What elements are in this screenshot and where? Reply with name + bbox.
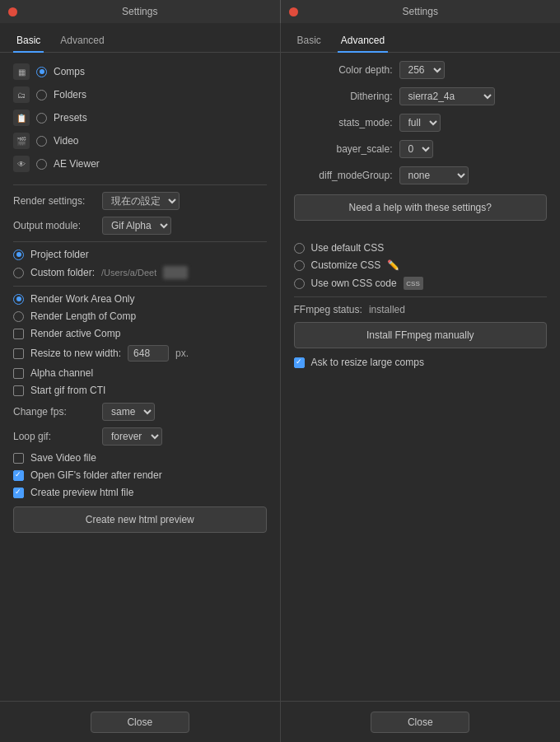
output-module-select[interactable]: Gif Alpha [102,217,171,235]
bayer-scale-row: bayer_scale: 0 1 2 3 4 5 [294,140,548,158]
panels: Basic Advanced ▦ Comps 🗂 Folders 📋 [0,23,560,742]
ae-viewer-icon: 👁 [13,156,30,172]
tab-advanced-right[interactable]: Advanced [338,30,388,53]
nav-item-presets[interactable]: 📋 Presets [13,107,267,128]
custom-folder-path: /Users/a/Deet [101,268,156,278]
video-label: Video [54,135,78,147]
create-preview-checkbox[interactable] [13,488,24,498]
color-depth-select[interactable]: 256 128 64 [399,61,445,79]
render-work-area-label: Render Work Area Only [30,293,135,305]
presets-radio[interactable] [36,113,47,124]
left-tabs: Basic Advanced [0,23,280,53]
loop-gif-label: Loop gif: [13,431,96,442]
change-fps-select[interactable]: same 24 30 60 [102,403,155,421]
nav-item-comps[interactable]: ▦ Comps [13,61,267,82]
left-window-title: Settings [122,6,157,17]
use-default-css-radio[interactable] [294,243,305,254]
pencil-icon: ✏️ [387,259,399,271]
right-close-button[interactable]: Close [371,712,469,733]
save-video-checkbox[interactable] [13,453,24,464]
help-button[interactable]: Need a help with these settings? [294,194,548,221]
diff-mode-row: diff_modeGroup: none rectangle [294,166,548,184]
left-panel-content: ▦ Comps 🗂 Folders 📋 Presets 🎬 [0,53,280,701]
resize-input[interactable]: 648 [128,345,169,362]
use-own-css-radio[interactable] [294,278,305,289]
tab-advanced-left[interactable]: Advanced [57,30,107,53]
use-default-css-row[interactable]: Use default CSS [294,242,548,254]
folders-label: Folders [54,89,86,100]
nav-item-ae-viewer[interactable]: 👁 AE Viewer [13,153,267,175]
open-gif-folder-row[interactable]: Open GIF's folder after render [13,469,267,481]
left-bottom-bar: Close [0,701,280,742]
bayer-scale-label: bayer_scale: [294,143,393,155]
output-module-row: Output module: Gif Alpha [13,217,267,235]
render-length-label: Render Length of Comp [30,310,136,322]
css-icon: CSS [404,277,423,290]
loop-gif-select[interactable]: forever once 3 times [102,427,162,446]
render-active-checkbox[interactable] [13,329,24,339]
create-preview-button[interactable]: Create new html preview [13,506,267,533]
create-preview-row[interactable]: Create preview html file [13,487,267,498]
ask-resize-checkbox[interactable] [294,357,305,368]
comps-label: Comps [54,66,85,77]
loop-gif-row: Loop gif: forever once 3 times [13,427,267,446]
ask-resize-row[interactable]: Ask to resize large comps [294,357,548,368]
tab-basic-right[interactable]: Basic [294,30,324,53]
bayer-scale-select[interactable]: 0 1 2 3 4 5 [399,140,433,158]
stats-mode-select[interactable]: full diff [399,114,441,132]
project-folder-radio[interactable] [13,250,24,260]
comps-radio[interactable] [36,67,47,77]
ask-resize-label: Ask to resize large comps [311,357,424,368]
render-work-area-row[interactable]: Render Work Area Only [13,293,267,305]
install-ffmpeg-button[interactable]: Install FFmpeg manually [294,322,548,348]
resize-checkbox[interactable] [13,348,24,359]
project-folder-label: Project folder [30,249,89,260]
render-length-row[interactable]: Render Length of Comp [13,310,267,322]
stats-mode-label: stats_mode: [294,117,393,128]
ae-viewer-radio[interactable] [36,159,47,170]
dithering-select[interactable]: sierra2_4a floyd_steinberg none [399,87,495,105]
close-button-right[interactable] [289,7,298,16]
folders-radio[interactable] [36,90,47,100]
presets-label: Presets [54,112,87,124]
change-fps-row: Change fps: same 24 30 60 [13,403,267,421]
tab-basic-left[interactable]: Basic [13,30,44,53]
start-gif-label: Start gif from CTI [30,385,105,396]
render-length-radio[interactable] [13,311,24,322]
right-bottom-bar: Close [281,701,561,742]
nav-item-folders[interactable]: 🗂 Folders [13,84,267,105]
customize-css-label: Customize CSS [311,259,381,271]
start-gif-row[interactable]: Start gif from CTI [13,385,267,396]
render-work-area-radio[interactable] [13,294,24,305]
stats-mode-row: stats_mode: full diff [294,114,548,132]
dithering-label: Dithering: [294,91,393,102]
ae-viewer-label: AE Viewer [54,158,100,170]
close-button-left[interactable] [8,7,17,16]
separator-1 [13,184,267,185]
custom-folder-radio[interactable] [13,268,24,278]
diff-mode-select[interactable]: none rectangle [399,166,469,184]
start-gif-checkbox[interactable] [13,385,24,396]
alpha-channel-row[interactable]: Alpha channel [13,367,267,379]
nav-item-video[interactable]: 🎬 Video [13,130,267,152]
render-active-row[interactable]: Render active Comp [13,328,267,339]
open-gif-folder-checkbox[interactable] [13,470,24,481]
traffic-lights-left [8,7,17,16]
customize-css-radio[interactable] [294,260,305,271]
separator-3 [13,286,267,287]
left-close-button[interactable]: Close [91,712,189,733]
create-preview-label: Create preview html file [30,487,133,498]
project-folder-row[interactable]: Project folder [13,249,267,260]
right-close-area: Close [281,702,561,742]
alpha-channel-checkbox[interactable] [13,368,24,379]
change-fps-label: Change fps: [13,406,96,418]
alpha-channel-label: Alpha channel [30,367,93,379]
diff-mode-label: diff_modeGroup: [294,170,393,181]
video-radio[interactable] [36,136,47,147]
use-own-css-row[interactable]: Use own CSS code CSS [294,277,548,290]
open-gif-folder-label: Open GIF's folder after render [30,469,162,481]
save-video-row[interactable]: Save Video file [13,452,267,464]
customize-css-row[interactable]: Customize CSS ✏️ [294,259,548,271]
render-settings-select[interactable]: 現在の設定 [102,192,180,210]
title-bar-row: Settings Settings [0,0,560,23]
